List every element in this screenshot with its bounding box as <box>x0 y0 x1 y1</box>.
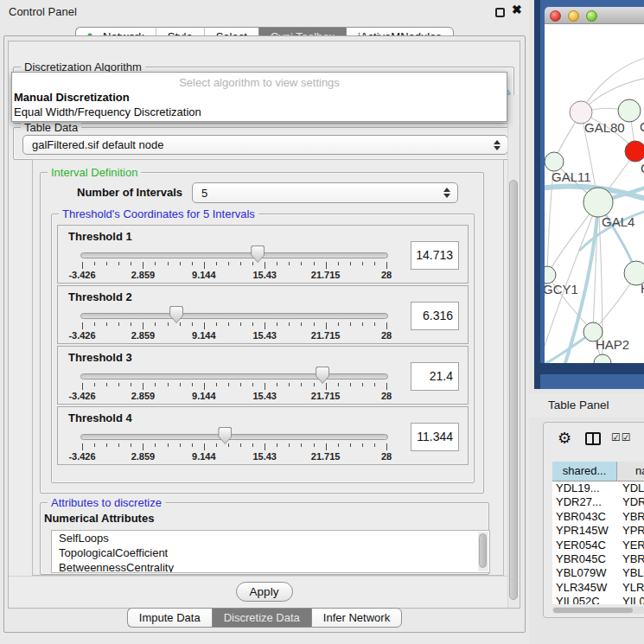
tab-discretize-data[interactable]: Discretize Data <box>212 608 311 628</box>
apply-strip: Apply <box>9 576 520 609</box>
node-label: C <box>641 161 644 175</box>
slider-ticks <box>82 262 386 270</box>
network-canvas[interactable]: GAL80 G C GAL11 GAL4 GCY1 H HAP2 <box>545 24 644 363</box>
threshold-value-field[interactable]: 14.713 <box>411 241 459 270</box>
thresholds-group: Threshold's Coordinates for 5 Intervals … <box>51 214 475 483</box>
threshold-value-field[interactable]: 6.316 <box>411 302 459 330</box>
right-region: GAL80 G C GAL11 GAL4 GCY1 H HAP2 Table P… <box>529 0 644 644</box>
panel-scrollbar[interactable] <box>507 95 519 609</box>
table-row[interactable]: YPR145WYPR1 <box>552 524 644 538</box>
bottom-tab-bar: Impute Data Discretize Data Infer Networ… <box>0 608 529 628</box>
tab-infer-network[interactable]: Infer Network <box>311 608 402 628</box>
node-g <box>618 99 641 122</box>
node-label: G <box>640 119 644 134</box>
control-panel: Control Panel ✖ Network Style <box>0 0 529 644</box>
attributes-group: Attributes to discretize Numerical Attri… <box>40 502 489 575</box>
table-panel-title: Table Panel <box>548 399 609 411</box>
algorithm-dropdown-popup: Select algorithm to view settings Manual… <box>11 72 507 122</box>
table-row[interactable]: YER054CYER0 <box>552 539 644 552</box>
slider-tick-labels: -3.4262.8599.14415.4321.71528 <box>82 270 386 280</box>
node-label: GAL11 <box>552 169 591 184</box>
apply-button[interactable]: Apply <box>236 582 293 602</box>
close-traffic-light-icon[interactable] <box>550 10 561 22</box>
node-gcy1 <box>545 266 556 284</box>
list-item[interactable]: BetweennessCentrality <box>52 560 489 573</box>
table-row[interactable]: YBR043CYBR0 <box>552 510 644 524</box>
node-label: HAP2 <box>596 337 629 352</box>
minimize-traffic-light-icon[interactable] <box>568 10 579 22</box>
threshold-value-field[interactable]: 21.4 <box>411 362 459 391</box>
list-item[interactable]: SelfLoops <box>52 531 489 545</box>
popup-item-manual-discretization[interactable]: Manual Discretization <box>12 90 507 105</box>
list-scrollbar[interactable] <box>478 532 488 571</box>
table-data-value: galFiltered.sif default node <box>32 138 163 151</box>
threshold-4-box: Threshold 4 -3.4262.8599.14415.4321.7152… <box>57 406 469 465</box>
threshold-slider-thumb[interactable] <box>218 427 232 444</box>
threshold-slider-track[interactable] <box>80 252 388 258</box>
table-row[interactable]: YBR045CYBR0 <box>552 552 644 566</box>
interval-definition-group: Interval Definition Number of Intervals … <box>40 172 484 494</box>
node-gal11 <box>545 152 564 171</box>
panel-title: Control Panel <box>9 5 77 18</box>
algorithm-settings-subpanel: Interval Definition Number of Intervals … <box>32 159 504 576</box>
table-row[interactable]: YIL052CYIL0 <box>552 595 644 604</box>
threshold-2-box: Threshold 2 -3.4262.8599.14415.4321.7152… <box>57 285 469 344</box>
table-data-group: Table Data galFiltered.sif default node <box>13 127 514 160</box>
table-row[interactable]: YLR345WYLR3 <box>552 581 644 595</box>
close-icon[interactable]: ✖ <box>512 3 522 16</box>
application-window: Control Panel ✖ Network Style <box>0 0 644 644</box>
number-of-intervals-combobox[interactable]: 5 <box>192 182 458 203</box>
column-header-name[interactable]: na <box>617 462 644 481</box>
discretize-settings-panel: Discretization Algorithm Select algorith… <box>8 41 520 609</box>
table-row[interactable]: YDR27...YDR2 <box>552 495 644 509</box>
slider-tick-labels: -3.4262.8599.14415.4321.71528 <box>82 391 386 401</box>
threshold-value-field[interactable]: 11.344 <box>411 423 459 451</box>
slider-tick-labels: -3.4262.8599.14415.4321.71528 <box>82 330 386 341</box>
table-horizontal-scrollbar[interactable] <box>552 607 644 614</box>
node-label: GAL4 <box>602 214 634 229</box>
threshold-slider-thumb[interactable] <box>316 367 329 384</box>
table-data-combobox[interactable]: galFiltered.sif default node <box>22 135 508 155</box>
window-frame-edge <box>534 363 644 374</box>
algorithm-placeholder: Select algorithm to view settings <box>12 73 507 90</box>
node-attribute-table[interactable]: shared... na YDL19...YDL1 YDR27...YDR2 Y… <box>552 462 644 604</box>
list-item[interactable]: TopologicalCoefficient <box>52 545 489 560</box>
threshold-slider-thumb[interactable] <box>251 245 265 263</box>
show-columns-icon[interactable]: ☑☑ <box>611 431 632 443</box>
threshold-slider-track[interactable] <box>80 373 388 379</box>
combo-stepper-icon <box>443 188 450 198</box>
numerical-attributes-list: SelfLoops TopologicalCoefficient Between… <box>51 530 490 573</box>
node-gal4 <box>583 188 613 217</box>
window-frame-edge <box>534 0 540 389</box>
table-row[interactable]: YBL079WYBL0 <box>552 566 644 580</box>
float-window-icon[interactable] <box>495 8 505 17</box>
cyni-toolbox-panel: Discretization Algorithm Select algorith… <box>3 35 526 633</box>
table-header: shared... na <box>552 462 644 481</box>
threshold-slider-track[interactable] <box>80 434 388 440</box>
column-layout-icon[interactable] <box>585 432 601 445</box>
node-partial <box>594 354 611 363</box>
slider-ticks <box>82 443 386 451</box>
tab-impute-data[interactable]: Impute Data <box>127 608 212 628</box>
node-label: GCY1 <box>545 282 578 296</box>
numerical-attributes-label: Numerical Attributes <box>44 512 154 525</box>
slider-ticks <box>82 322 386 330</box>
table-row[interactable]: YDL19...YDL1 <box>552 481 644 495</box>
threshold-slider-track[interactable] <box>80 313 388 319</box>
gear-icon[interactable]: ⚙ <box>558 429 571 448</box>
node-label: GAL80 <box>584 120 625 135</box>
group-title: Interval Definition <box>48 166 141 179</box>
slider-ticks <box>82 383 386 391</box>
combo-stepper-icon <box>493 140 501 150</box>
group-title: Table Data <box>21 121 81 134</box>
threshold-slider-thumb[interactable] <box>169 306 183 323</box>
number-of-intervals-label: Number of Intervals <box>77 186 182 199</box>
column-header-shared-name[interactable]: shared... <box>552 462 617 481</box>
network-window-titlebar[interactable] <box>545 7 644 24</box>
table-panel-bar: Table Panel <box>529 393 644 418</box>
threshold-1-box: Threshold 1 -3.4262.8599.14415.4321.7152… <box>57 225 469 284</box>
group-title: Threshold's Coordinates for 5 Intervals <box>59 207 258 220</box>
popup-item-equal-width-frequency[interactable]: Equal Width/Frequency Discretization <box>12 105 507 119</box>
table-panel: ⚙ ☑☑ shared... na YDL19...YDL1 YDR27...Y… <box>543 422 644 618</box>
zoom-traffic-light-icon[interactable] <box>586 10 597 22</box>
